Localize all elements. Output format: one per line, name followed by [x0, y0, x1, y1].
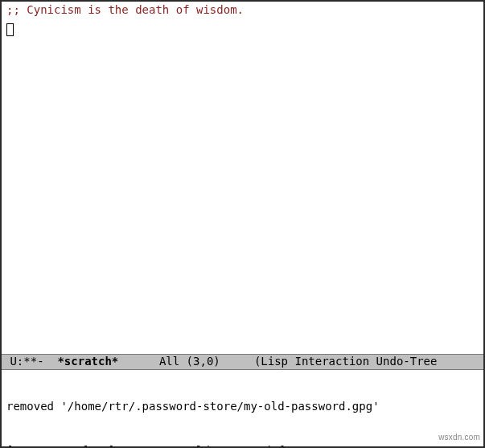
- mode-line-spacer: [220, 355, 254, 369]
- mode-line-spacer: [118, 355, 159, 369]
- echo-line: removed '/home/rtr/.password-store/my-ol…: [6, 399, 479, 413]
- mode-line-buffer-name: *scratch*: [51, 355, 118, 369]
- text-cursor: [6, 23, 14, 36]
- mode-line[interactable]: U:**- *scratch* All (3,0) (Lisp Interact…: [2, 354, 483, 370]
- watermark: wsxdn.com: [438, 433, 480, 443]
- echo-line: [master 682f623] Remove my-old-password …: [6, 443, 479, 448]
- mode-line-flags: U:**-: [3, 355, 51, 369]
- mode-line-modes: (Lisp Interaction Undo-Tree: [254, 355, 438, 369]
- mode-line-position: All (3,0): [159, 355, 220, 369]
- buffer-area[interactable]: ;; Cynicism is the death of wisdom.: [2, 2, 483, 354]
- scratch-comment: ;; Cynicism is the death of wisdom.: [6, 3, 479, 18]
- echo-area: removed '/home/rtr/.password-store/my-ol…: [2, 370, 483, 448]
